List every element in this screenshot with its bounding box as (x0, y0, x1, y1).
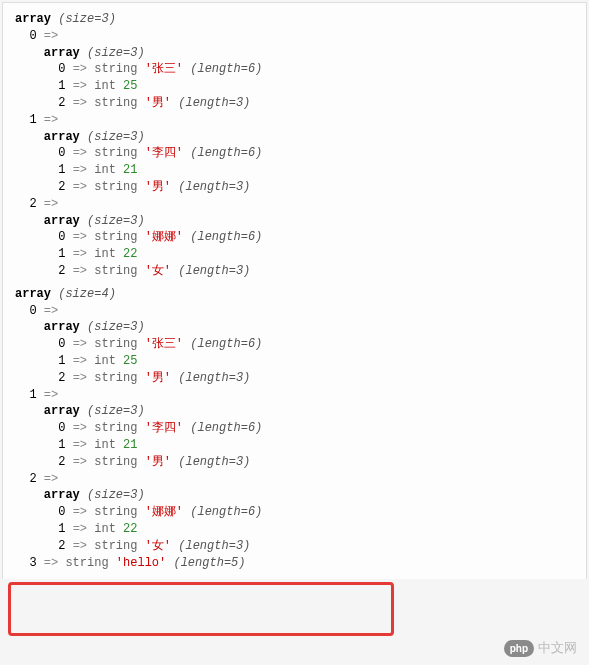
array-entry: 2 => string '女' (length=3) (15, 538, 586, 555)
array-entry: 1 => int 25 (15, 353, 586, 370)
array-keyword: array (15, 12, 51, 26)
array-entry: 2 => string '男' (length=3) (15, 179, 586, 196)
array-entry: 2 => string '男' (length=3) (15, 370, 586, 387)
array-index-line: 0 => (15, 28, 586, 45)
nested-array-header: array (size=3) (15, 487, 586, 504)
array-header: array (size=3) (15, 11, 586, 28)
nested-array-header: array (size=3) (15, 213, 586, 230)
nested-array-header: array (size=3) (15, 45, 586, 62)
watermark-text: 中文网 (538, 639, 577, 657)
array-entry: 0 => string '李四' (length=6) (15, 145, 586, 162)
annotation-highlight-box (8, 582, 394, 636)
array-index-line: 0 => (15, 303, 586, 320)
array-entry: 2 => string '男' (length=3) (15, 95, 586, 112)
array-entry: 0 => string '娜娜' (length=6) (15, 504, 586, 521)
watermark: php 中文网 (504, 639, 577, 657)
nested-array-header: array (size=3) (15, 129, 586, 146)
array-size: (size=3) (58, 12, 116, 26)
array-entry: 0 => string '娜娜' (length=6) (15, 229, 586, 246)
array-entry: 0 => string '李四' (length=6) (15, 420, 586, 437)
array-entry-extra: 3 => string 'hello' (length=5) (15, 555, 586, 572)
array-entry: 0 => string '张三' (length=6) (15, 336, 586, 353)
array-entry: 1 => int 22 (15, 246, 586, 263)
array-entry: 1 => int 21 (15, 437, 586, 454)
array-entry: 2 => string '男' (length=3) (15, 454, 586, 471)
array-entry: 1 => int 21 (15, 162, 586, 179)
array-entry: 1 => int 22 (15, 521, 586, 538)
array-index-line: 2 => (15, 471, 586, 488)
array-index-line: 2 => (15, 196, 586, 213)
array-entry: 0 => string '张三' (length=6) (15, 61, 586, 78)
php-logo-icon: php (504, 640, 534, 657)
nested-array-header: array (size=3) (15, 319, 586, 336)
array-entry: 1 => int 25 (15, 78, 586, 95)
array-entry: 2 => string '女' (length=3) (15, 263, 586, 280)
nested-array-header: array (size=3) (15, 403, 586, 420)
array-index-line: 1 => (15, 112, 586, 129)
var-dump-output: array (size=3) 0 => array (size=3) 0 => … (2, 2, 587, 579)
array-index-line: 1 => (15, 387, 586, 404)
array-header: array (size=4) (15, 286, 586, 303)
